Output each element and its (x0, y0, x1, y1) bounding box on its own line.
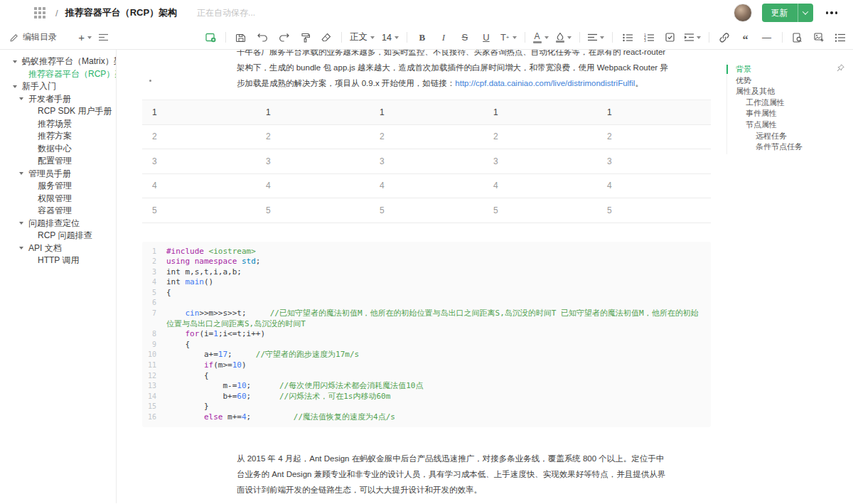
table-cell[interactable]: 1 (370, 100, 483, 125)
redo-icon[interactable] (275, 29, 292, 46)
sidebar-item[interactable]: 推荐场景 (0, 118, 116, 131)
table-cell[interactable]: 5 (142, 198, 256, 223)
code-text[interactable]: m-=10; //每次使用闪烁法术都会消耗魔法值10点 (166, 381, 701, 392)
table-cell[interactable]: 4 (370, 173, 483, 198)
italic-button[interactable]: I (435, 29, 452, 46)
user-avatar[interactable] (734, 4, 752, 22)
tree-caret-icon[interactable] (19, 97, 23, 100)
outline-item[interactable]: 背景 (727, 64, 849, 75)
font-size-select[interactable]: 14 (380, 29, 400, 46)
app-grid-icon[interactable] (34, 7, 45, 18)
paragraph-style-select[interactable]: 正文 (348, 29, 376, 46)
update-dropdown-button[interactable] (798, 4, 813, 22)
outline-item[interactable]: 优势 (727, 75, 849, 87)
table-cell[interactable]: 4 (142, 173, 256, 198)
table-cell[interactable]: 5 (483, 198, 597, 223)
find-replace-icon[interactable] (789, 29, 806, 46)
sidebar-item[interactable]: 推荐方案 (0, 130, 116, 143)
table-cell[interactable]: 3 (370, 149, 483, 174)
code-text[interactable]: else m+=4; //魔法值恢复的速度为4点/s (166, 412, 701, 423)
tree-caret-icon[interactable] (13, 85, 17, 88)
table-cell[interactable]: 4 (597, 173, 711, 198)
sidebar-item[interactable]: RCP 问题排查 (0, 230, 116, 242)
outline-item[interactable]: 事件属性 (727, 108, 849, 119)
table-cell[interactable]: 2 (370, 124, 483, 149)
table-cell[interactable]: 3 (142, 149, 256, 174)
table-cell[interactable]: 2 (597, 124, 711, 149)
ordered-list-icon[interactable]: 123 (640, 29, 658, 46)
save-icon[interactable] (232, 29, 250, 46)
tree-caret-icon[interactable] (13, 60, 17, 63)
more-menu-button[interactable] (823, 9, 841, 17)
number-table[interactable]: 1111122222333334444455555 (142, 100, 711, 223)
link-icon[interactable] (716, 29, 733, 46)
table-cell[interactable]: 2 (256, 124, 370, 149)
outline-toggle-icon[interactable] (832, 29, 849, 46)
code-text[interactable]: int main() (166, 277, 701, 288)
table-cell[interactable]: 3 (483, 149, 597, 174)
tree-caret-icon[interactable] (19, 172, 23, 175)
font-color-button[interactable]: A (532, 29, 550, 46)
table-cell[interactable]: 3 (256, 149, 370, 174)
code-text[interactable]: using namespace std; (166, 257, 701, 267)
superscript-button[interactable]: T+ (499, 29, 518, 46)
sidebar-item[interactable]: 新手入门 (0, 80, 116, 93)
outline-item[interactable]: 工作流属性 (727, 97, 849, 109)
highlight-color-button[interactable] (554, 29, 573, 46)
table-cell[interactable]: 5 (597, 198, 711, 223)
sidebar-item[interactable]: 蚂蚁推荐平台（Matrix）架构 (0, 55, 116, 68)
update-button[interactable]: 更新 (762, 4, 798, 22)
code-text[interactable]: { (166, 340, 701, 350)
tree-caret-icon[interactable] (19, 247, 23, 250)
table-cell[interactable]: 3 (597, 149, 711, 174)
document-title[interactable]: 推荐容器平台（RCP）架构 (65, 6, 177, 19)
code-text[interactable]: if(m>=10) (166, 360, 701, 371)
table-cell[interactable]: 1 (256, 100, 370, 125)
sidebar-item[interactable]: HTTP 调用 (0, 254, 116, 267)
code-text[interactable]: } (166, 402, 701, 412)
inline-link[interactable]: http://cpf.data.cainiao.com/live/distrim… (455, 79, 635, 87)
underline-button[interactable]: U (478, 29, 495, 46)
code-block[interactable]: 1#include <iostream>2using namespace std… (142, 242, 711, 427)
bullet-list-icon[interactable] (619, 29, 636, 46)
code-text[interactable]: #include <iostream> (166, 247, 701, 257)
table-cell[interactable]: 4 (256, 173, 370, 198)
edit-pencil-icon[interactable] (10, 33, 18, 42)
collapse-catalog-icon[interactable] (99, 33, 108, 41)
sidebar-item[interactable]: 数据中心 (0, 143, 116, 156)
insert-image-icon[interactable] (810, 29, 827, 46)
sidebar-item[interactable]: API 文档 (0, 242, 116, 255)
undo-icon[interactable] (254, 29, 271, 46)
bold-button[interactable]: B (414, 29, 431, 46)
table-cell[interactable]: 4 (483, 173, 597, 198)
code-text[interactable]: a+=17; //守望者的跑步速度为17m/s (166, 350, 701, 360)
table-cell[interactable]: 5 (256, 198, 370, 223)
outline-item[interactable]: 属性及其他 (727, 86, 849, 97)
sidebar-item[interactable]: 权限管理 (0, 193, 116, 205)
table-cell[interactable]: 1 (483, 100, 597, 125)
sidebar-item[interactable]: 容器管理 (0, 205, 116, 218)
insert-card-button[interactable] (202, 29, 219, 46)
update-split-button[interactable]: 更新 (762, 4, 813, 22)
outline-item[interactable]: 条件节点任务 (727, 141, 849, 153)
format-painter-icon[interactable] (296, 29, 313, 46)
table-cell[interactable]: 1 (142, 100, 256, 125)
blockquote-button[interactable]: “ (737, 29, 754, 46)
sidebar-item[interactable]: 管理员手册 (0, 168, 116, 181)
code-text[interactable]: for(i=1;i<=t;i++) (166, 329, 701, 340)
tree-caret-icon[interactable] (19, 222, 23, 225)
code-text[interactable] (166, 298, 701, 309)
paragraph-drag-handle[interactable] (149, 80, 151, 82)
horizontal-rule-button[interactable]: — (758, 29, 776, 46)
sidebar-item[interactable]: 问题排查定位 (0, 218, 116, 230)
sidebar-item[interactable]: 服务管理 (0, 180, 116, 193)
outline-item[interactable]: 远程任务 (727, 131, 849, 142)
paragraph-top[interactable]: 千牛各厂服务平台承载的业务越来越多，如实时监控、不良接待、买家咨询热点、自动化任… (237, 50, 711, 91)
clear-format-icon[interactable] (318, 29, 335, 46)
indent-button[interactable] (683, 29, 702, 46)
table-cell[interactable]: 1 (597, 100, 711, 125)
sidebar-item[interactable]: 推荐容器平台（RCP）架构 (0, 68, 116, 81)
sidebar-item[interactable]: 配置管理 (0, 155, 116, 168)
code-text[interactable]: b+=60; //闪烁法术，可在1s内移动60m (166, 392, 701, 402)
outline-item[interactable]: 节点属性 (727, 119, 849, 131)
